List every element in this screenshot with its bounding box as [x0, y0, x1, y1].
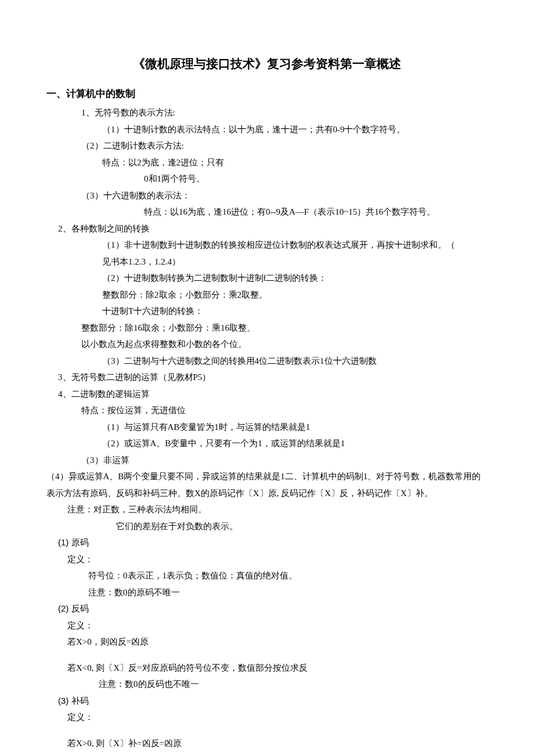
item-4c: （2）或运算A、B变量中，只要有一个为1，或运算的结果就是1 — [46, 435, 488, 452]
p1-heading: (1) 原码 — [46, 534, 488, 551]
item-1-2a: 特点：以2为底，逢2进位；只有 — [46, 154, 488, 171]
item-4: 4、二进制数的逻辑运算 — [46, 386, 488, 403]
p2-heading: (2) 反码 — [46, 601, 488, 617]
item-2-1a: （1）非十进制数到十进制数的转换按相应进位计数制的权表达式展开，再按十进制求和。… — [46, 237, 488, 254]
item-2-2a: 整数部分：除2取余；小数部分：乘2取整。 — [46, 287, 488, 303]
item-2-2d: 以小数点为起点求得整数和小数的各个位。 — [46, 336, 488, 353]
item-2-1b: 见书本1.2.3，1.2.4） — [46, 254, 488, 270]
item-2-3: （3）二进制与十六进制数之间的转换用4位二进制数表示1位十六进制数 — [46, 353, 488, 370]
item-4a: 特点：按位运算，无进借位 — [46, 402, 488, 419]
item-2-2c: 整数部分：除16取余；小数部分：乘16取整。 — [46, 320, 488, 337]
item-2-2b: 十进制T十六进制的转换： — [46, 303, 488, 320]
item-3: 3、无符号数二进制的运算（见教材P5） — [46, 369, 488, 386]
p1-num: (1) 原码 — [58, 537, 89, 547]
page-title: 《微机原理与接口技术》复习参考资料第一章概述 — [46, 52, 488, 75]
p1-b: 注意：数0的原码不唯一 — [46, 584, 488, 601]
item-4d: （3）非运算 — [46, 452, 488, 469]
p2-def: 定义： — [46, 617, 488, 634]
p2-b: 若X<0, 则〔X〕反=对应原码的符号位不变，数值部分按位求反 — [46, 660, 488, 677]
item-2-2: （2）十进制数制转换为二进制数制十进制f二进制的转换： — [46, 270, 488, 287]
item-1: 1、无符号数的表示方法: — [46, 104, 488, 121]
p1-def: 定义： — [46, 551, 488, 568]
p2-a: 若X>0，则凶反=凶原 — [46, 634, 488, 650]
item-4e: （4）异或运算A、B两个变量只要不同，异或运算的结果就是1二、计算机中的码制1、… — [46, 468, 488, 501]
p2-c: 注意：数0的反码也不唯一 — [46, 676, 488, 693]
item-1-1: （1）十进制计数的表示法特点：以十为底，逢十进一；共有0-9十个数字符号。 — [46, 121, 488, 138]
item-1-2b: 0和1两个符号。 — [46, 171, 488, 187]
item-1-2: （2）二进制计数表示方法: — [46, 138, 488, 154]
p3-num: (3) 补码 — [58, 696, 89, 706]
item-2: 2、各种数制之间的转换 — [46, 220, 488, 237]
p2-num: (2) 反码 — [58, 603, 89, 613]
item-1-3: （3）十六进制数的表示法： — [46, 187, 488, 204]
item-4b: （1）与运算只有AB变量皆为1时，与运算的结果就是1 — [46, 419, 488, 436]
p3-def: 定义： — [46, 709, 488, 726]
p1-a: 符号位：0表示正，1表示负；数值位：真值的绝对值。 — [46, 567, 488, 584]
note-1a: 它们的差别在于对负数的表示。 — [46, 518, 488, 535]
p3-a: 若X>0, 则〔X〕补=凶反=凶原 — [46, 735, 488, 752]
item-1-3a: 特点：以16为底，逢16进位；有0--9及A—F（表示10~15）共16个数字符… — [46, 204, 488, 220]
p3-heading: (3) 补码 — [46, 693, 488, 710]
note-1: 注意：对正数，三种表示法均相同。 — [46, 501, 488, 518]
section-1-heading: 一、计算机中的数制 — [46, 85, 488, 103]
